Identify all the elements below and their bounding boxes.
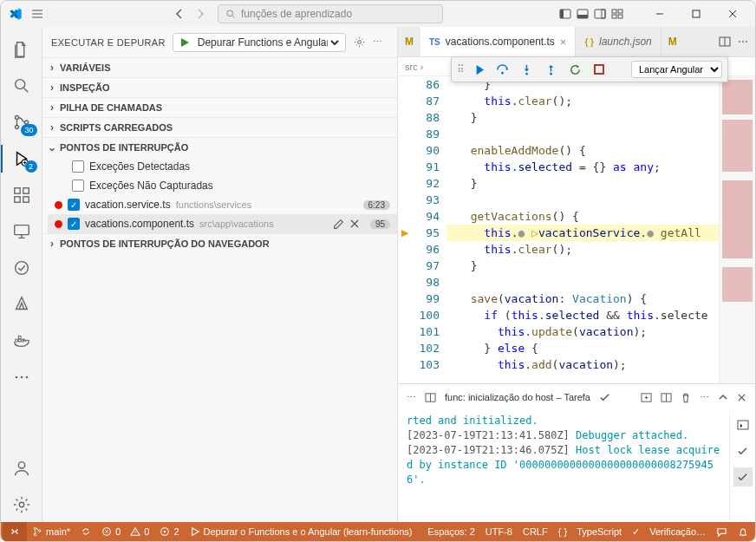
more-terminal-icon[interactable]: ⋯ — [700, 392, 709, 403]
forward-icon[interactable] — [193, 7, 207, 21]
more-tab-actions-icon[interactable]: ⋯ — [738, 36, 748, 48]
problems-status[interactable]: 0 0 — [96, 522, 154, 541]
debug-target-status[interactable]: Depurar o Functions e o Angular (learn-f… — [185, 522, 418, 541]
continue-icon[interactable] — [468, 60, 487, 79]
maximize-button[interactable] — [681, 3, 712, 24]
svg-point-27 — [15, 376, 17, 379]
close-panel-icon[interactable] — [737, 393, 746, 402]
tab-inactive[interactable]: { } launch.json — [576, 27, 661, 56]
ports-status[interactable]: 2 — [154, 522, 184, 541]
remove-icon[interactable] — [349, 219, 360, 230]
azure-icon[interactable] — [1, 287, 42, 322]
git-branch[interactable]: main* — [27, 522, 75, 541]
nav-history — [173, 7, 207, 21]
builtin-breakpoint-uncaught[interactable]: Exceções Não Capturadas — [48, 176, 397, 195]
debug-config-selector[interactable]: Depurar Functions e Angular — [173, 33, 346, 52]
gear-icon[interactable] — [353, 36, 366, 49]
section-breakpoints[interactable]: ⌄PONTOS DE INTERRUPÇÃO — [42, 138, 397, 157]
encoding-status[interactable]: UTF-8 — [480, 522, 518, 541]
breakpoint-dot-icon — [55, 220, 62, 228]
terminal-side-check-active[interactable] — [733, 467, 753, 486]
chevron-down-icon: ⌄ — [46, 141, 58, 153]
section-watch[interactable]: ›INSPEÇÃO — [42, 78, 397, 97]
source-control-icon[interactable]: 30 — [1, 105, 42, 140]
command-center[interactable]: funções de aprendizado — [218, 4, 443, 23]
breakpoint-gutter[interactable]: ▶ — [398, 76, 412, 383]
minimap[interactable] — [719, 76, 755, 383]
layout-sidebar-right-icon[interactable] — [594, 8, 606, 20]
testing-icon[interactable] — [1, 251, 42, 285]
eslint-status[interactable]: ✓ Verificação… — [627, 522, 711, 541]
checkbox[interactable] — [72, 180, 84, 192]
more-actions-icon[interactable]: ⋯ — [373, 36, 382, 48]
builtin-breakpoint-caught[interactable]: Exceções Detectadas — [48, 157, 397, 176]
more-icon[interactable]: ⋯ — [407, 392, 416, 403]
remote-indicator[interactable] — [3, 522, 27, 541]
feedback-icon[interactable] — [711, 522, 733, 541]
new-terminal-icon[interactable] — [641, 392, 652, 403]
terminal-output[interactable]: rted and initialized.[2023-07-19T21:13:4… — [398, 410, 729, 522]
close-button[interactable] — [717, 3, 748, 24]
run-debug-icon[interactable]: 2 — [1, 141, 42, 176]
edit-icon[interactable] — [333, 219, 344, 230]
indentation-status[interactable]: Espaços: 2 — [422, 522, 479, 541]
docker-icon[interactable] — [1, 323, 42, 358]
section-variables[interactable]: ›VARIÁVEIS — [42, 58, 397, 77]
start-debug-icon[interactable] — [179, 36, 191, 49]
debug-toolbar[interactable]: ⠿ Lançar Angular — [451, 56, 728, 82]
tab-overflow-left[interactable]: M — [398, 27, 420, 56]
remote-explorer-icon[interactable] — [1, 214, 42, 249]
breakpoint-row[interactable]: ✓ vacation.service.ts functions\services… — [48, 195, 397, 214]
tab-active[interactable]: TS vacations.component.ts × — [420, 27, 576, 56]
extensions-icon[interactable] — [1, 178, 42, 212]
svg-rect-7 — [612, 10, 616, 13]
more-icon[interactable] — [1, 360, 42, 395]
tab-overflow-right[interactable]: M — [662, 27, 684, 56]
debug-launch-select[interactable]: Lançar Angular — [631, 61, 722, 78]
explorer-icon[interactable] — [1, 32, 42, 67]
svg-rect-9 — [612, 15, 616, 18]
breakpoint-row[interactable]: ✓ vacations.component.ts src\app\vacatio… — [48, 214, 397, 233]
drag-handle-icon[interactable]: ⠿ — [457, 63, 463, 75]
restart-icon[interactable] — [565, 60, 584, 79]
terminal-title[interactable]: func: inicialização do host – Tarefa — [445, 392, 590, 402]
terminal-layout-icon[interactable] — [425, 392, 436, 403]
stop-icon[interactable] — [590, 60, 609, 79]
language-status[interactable]: { } TypeScript — [553, 522, 627, 541]
debug-config-dropdown[interactable]: Depurar Functions e Angular — [194, 36, 342, 49]
section-loaded-scripts[interactable]: ›SCRIPTS CARREGADOS — [42, 118, 397, 137]
sidebar-title: EXECUTAR E DEPURAR — [51, 37, 166, 48]
code-editor[interactable]: } this.clear(); } enableAddMode() { this… — [446, 76, 719, 383]
back-icon[interactable] — [173, 7, 186, 21]
kill-terminal-icon[interactable] — [681, 392, 691, 403]
checkbox-checked[interactable]: ✓ — [68, 199, 80, 211]
section-callstack[interactable]: ›PILHA DE CHAMADAS — [42, 98, 397, 117]
layout-panel-icon[interactable] — [577, 8, 589, 20]
search-icon[interactable] — [1, 69, 42, 103]
step-over-icon[interactable] — [492, 60, 512, 79]
layout-sidebar-left-icon[interactable] — [559, 8, 571, 20]
step-into-icon[interactable] — [517, 60, 536, 79]
check-icon[interactable] — [599, 392, 610, 403]
checkbox[interactable] — [72, 160, 84, 173]
split-terminal-icon[interactable] — [661, 392, 672, 403]
step-out-icon[interactable] — [541, 60, 560, 79]
notifications-icon[interactable] — [733, 522, 753, 541]
window-controls — [644, 3, 748, 24]
account-icon[interactable] — [1, 451, 42, 486]
close-tab-icon[interactable]: × — [560, 36, 567, 49]
maximize-panel-icon[interactable] — [718, 392, 728, 402]
settings-gear-icon[interactable] — [1, 487, 42, 522]
hamburger-menu-icon[interactable] — [30, 7, 44, 21]
terminal-side-check[interactable] — [733, 441, 753, 460]
checkbox-checked[interactable]: ✓ — [68, 218, 80, 230]
split-editor-icon[interactable] — [719, 36, 731, 48]
svg-rect-2 — [560, 10, 564, 18]
layout-customize-icon[interactable] — [611, 8, 623, 20]
eol-status[interactable]: CRLF — [518, 522, 553, 541]
section-browser-breakpoints[interactable]: ›PONTOS DE INTERRUPÇÃO DO NAVEGADOR — [42, 234, 397, 253]
terminal-side-item[interactable] — [733, 415, 753, 434]
minimize-button[interactable] — [644, 3, 675, 24]
sync-status[interactable] — [75, 522, 96, 541]
json-icon: { } — [584, 37, 594, 47]
